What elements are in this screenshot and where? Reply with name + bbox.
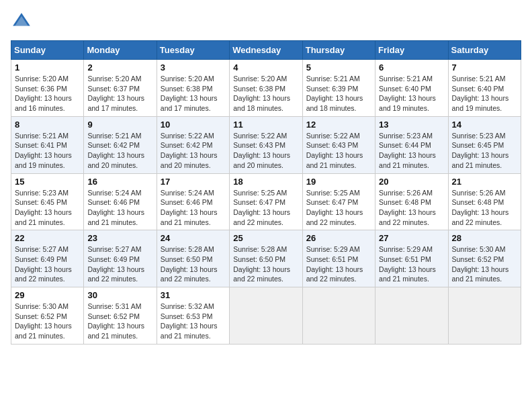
calendar-cell — [230, 287, 302, 345]
weekday-wednesday: Wednesday — [230, 41, 302, 60]
day-info: Sunrise: 5:20 AMSunset: 6:38 PMDaylight:… — [233, 75, 290, 112]
calendar-cell: 27 Sunrise: 5:29 AMSunset: 6:51 PMDaylig… — [375, 230, 448, 287]
day-info: Sunrise: 5:30 AMSunset: 6:52 PMDaylight:… — [15, 302, 72, 340]
calendar-cell: 5 Sunrise: 5:21 AMSunset: 6:39 PMDayligh… — [302, 60, 375, 117]
day-number: 18 — [233, 177, 298, 187]
day-info: Sunrise: 5:24 AMSunset: 6:46 PMDaylight:… — [161, 189, 218, 226]
day-info: Sunrise: 5:25 AMSunset: 6:47 PMDaylight:… — [233, 189, 290, 226]
day-number: 23 — [87, 233, 152, 243]
day-info: Sunrise: 5:29 AMSunset: 6:51 PMDaylight:… — [306, 245, 363, 283]
calendar-cell: 12 Sunrise: 5:22 AMSunset: 6:43 PMDaylig… — [302, 116, 375, 173]
day-info: Sunrise: 5:22 AMSunset: 6:43 PMDaylight:… — [306, 132, 363, 169]
day-info: Sunrise: 5:22 AMSunset: 6:42 PMDaylight:… — [161, 132, 218, 169]
day-number: 28 — [452, 233, 517, 243]
calendar-cell: 13 Sunrise: 5:23 AMSunset: 6:44 PMDaylig… — [375, 116, 448, 173]
day-info: Sunrise: 5:20 AMSunset: 6:38 PMDaylight:… — [161, 75, 218, 112]
weekday-thursday: Thursday — [302, 41, 375, 60]
calendar-cell: 19 Sunrise: 5:25 AMSunset: 6:47 PMDaylig… — [302, 173, 375, 230]
day-info: Sunrise: 5:28 AMSunset: 6:50 PMDaylight:… — [161, 245, 218, 283]
day-number: 27 — [379, 233, 444, 243]
day-number: 10 — [161, 120, 226, 130]
day-number: 16 — [87, 177, 152, 187]
weekday-tuesday: Tuesday — [157, 41, 229, 60]
day-number: 31 — [161, 290, 226, 300]
calendar-cell: 11 Sunrise: 5:22 AMSunset: 6:43 PMDaylig… — [230, 116, 302, 173]
day-number: 5 — [306, 62, 371, 73]
weekday-monday: Monday — [84, 41, 157, 60]
calendar-cell: 28 Sunrise: 5:30 AMSunset: 6:52 PMDaylig… — [448, 230, 521, 287]
day-info: Sunrise: 5:23 AMSunset: 6:45 PMDaylight:… — [15, 189, 72, 226]
day-info: Sunrise: 5:24 AMSunset: 6:46 PMDaylight:… — [87, 189, 144, 226]
day-info: Sunrise: 5:32 AMSunset: 6:53 PMDaylight:… — [161, 302, 218, 340]
week-row-1: 1 Sunrise: 5:20 AMSunset: 6:36 PMDayligh… — [11, 60, 521, 117]
calendar-table: SundayMondayTuesdayWednesdayThursdayFrid… — [11, 40, 521, 345]
day-number: 26 — [306, 233, 371, 243]
day-info: Sunrise: 5:27 AMSunset: 6:49 PMDaylight:… — [87, 245, 144, 283]
day-number: 9 — [87, 120, 152, 130]
calendar-cell: 4 Sunrise: 5:20 AMSunset: 6:38 PMDayligh… — [230, 60, 302, 117]
weekday-saturday: Saturday — [448, 41, 521, 60]
calendar-cell: 1 Sunrise: 5:20 AMSunset: 6:36 PMDayligh… — [11, 60, 84, 117]
calendar-cell: 14 Sunrise: 5:23 AMSunset: 6:45 PMDaylig… — [448, 116, 521, 173]
calendar-cell: 17 Sunrise: 5:24 AMSunset: 6:46 PMDaylig… — [157, 173, 229, 230]
day-number: 17 — [161, 177, 226, 187]
calendar-cell: 9 Sunrise: 5:21 AMSunset: 6:42 PMDayligh… — [84, 116, 157, 173]
calendar-cell: 7 Sunrise: 5:21 AMSunset: 6:40 PMDayligh… — [448, 60, 521, 117]
calendar-cell: 15 Sunrise: 5:23 AMSunset: 6:45 PMDaylig… — [11, 173, 84, 230]
day-info: Sunrise: 5:26 AMSunset: 6:48 PMDaylight:… — [452, 189, 509, 226]
day-number: 24 — [161, 233, 226, 243]
calendar-cell: 6 Sunrise: 5:21 AMSunset: 6:40 PMDayligh… — [375, 60, 448, 117]
day-number: 1 — [15, 62, 80, 73]
calendar-cell: 18 Sunrise: 5:25 AMSunset: 6:47 PMDaylig… — [230, 173, 302, 230]
day-number: 2 — [87, 62, 152, 73]
day-number: 29 — [15, 290, 80, 300]
calendar-cell: 3 Sunrise: 5:20 AMSunset: 6:38 PMDayligh… — [157, 60, 229, 117]
week-row-5: 29 Sunrise: 5:30 AMSunset: 6:52 PMDaylig… — [11, 287, 521, 345]
day-number: 6 — [379, 62, 444, 73]
calendar-cell: 10 Sunrise: 5:22 AMSunset: 6:42 PMDaylig… — [157, 116, 229, 173]
day-number: 15 — [15, 177, 80, 187]
day-number: 14 — [452, 120, 517, 130]
calendar-cell — [448, 287, 521, 345]
day-number: 7 — [452, 62, 517, 73]
logo — [11, 11, 35, 32]
calendar-cell: 30 Sunrise: 5:31 AMSunset: 6:52 PMDaylig… — [84, 287, 157, 345]
day-number: 21 — [452, 177, 517, 187]
day-number: 8 — [15, 120, 80, 130]
day-info: Sunrise: 5:20 AMSunset: 6:37 PMDaylight:… — [87, 75, 144, 112]
calendar-cell: 20 Sunrise: 5:26 AMSunset: 6:48 PMDaylig… — [375, 173, 448, 230]
calendar-cell — [302, 287, 375, 345]
day-number: 3 — [161, 62, 226, 73]
calendar-cell: 24 Sunrise: 5:28 AMSunset: 6:50 PMDaylig… — [157, 230, 229, 287]
day-number: 20 — [379, 177, 444, 187]
day-number: 12 — [306, 120, 371, 130]
day-info: Sunrise: 5:20 AMSunset: 6:36 PMDaylight:… — [15, 75, 72, 112]
weekday-friday: Friday — [375, 41, 448, 60]
day-info: Sunrise: 5:21 AMSunset: 6:40 PMDaylight:… — [452, 75, 509, 112]
day-info: Sunrise: 5:22 AMSunset: 6:43 PMDaylight:… — [233, 132, 290, 169]
calendar-cell: 8 Sunrise: 5:21 AMSunset: 6:41 PMDayligh… — [11, 116, 84, 173]
day-info: Sunrise: 5:29 AMSunset: 6:51 PMDaylight:… — [379, 245, 436, 283]
day-number: 25 — [233, 233, 298, 243]
day-info: Sunrise: 5:30 AMSunset: 6:52 PMDaylight:… — [452, 245, 509, 283]
day-info: Sunrise: 5:31 AMSunset: 6:52 PMDaylight:… — [87, 302, 144, 340]
calendar-cell: 31 Sunrise: 5:32 AMSunset: 6:53 PMDaylig… — [157, 287, 229, 345]
weekday-sunday: Sunday — [11, 41, 84, 60]
day-number: 11 — [233, 120, 298, 130]
weekday-header-row: SundayMondayTuesdayWednesdayThursdayFrid… — [11, 41, 521, 60]
day-number: 4 — [233, 62, 298, 73]
calendar-body: 1 Sunrise: 5:20 AMSunset: 6:36 PMDayligh… — [11, 60, 521, 345]
day-info: Sunrise: 5:28 AMSunset: 6:50 PMDaylight:… — [233, 245, 290, 283]
calendar-cell: 25 Sunrise: 5:28 AMSunset: 6:50 PMDaylig… — [230, 230, 302, 287]
calendar-cell: 23 Sunrise: 5:27 AMSunset: 6:49 PMDaylig… — [84, 230, 157, 287]
day-number: 13 — [379, 120, 444, 130]
calendar-cell — [375, 287, 448, 345]
week-row-2: 8 Sunrise: 5:21 AMSunset: 6:41 PMDayligh… — [11, 116, 521, 173]
day-info: Sunrise: 5:25 AMSunset: 6:47 PMDaylight:… — [306, 189, 363, 226]
day-info: Sunrise: 5:21 AMSunset: 6:40 PMDaylight:… — [379, 75, 436, 112]
calendar-cell: 29 Sunrise: 5:30 AMSunset: 6:52 PMDaylig… — [11, 287, 84, 345]
day-info: Sunrise: 5:23 AMSunset: 6:44 PMDaylight:… — [379, 132, 436, 169]
logo-icon — [11, 11, 32, 32]
day-info: Sunrise: 5:21 AMSunset: 6:39 PMDaylight:… — [306, 75, 363, 112]
day-info: Sunrise: 5:26 AMSunset: 6:48 PMDaylight:… — [379, 189, 436, 226]
